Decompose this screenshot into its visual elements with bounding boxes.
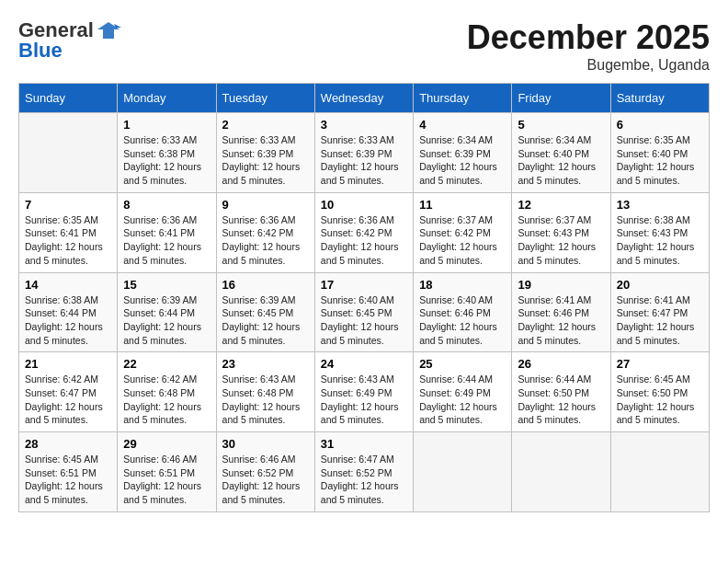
day-number: 12 bbox=[518, 198, 604, 212]
day-info: Sunrise: 6:43 AMSunset: 6:48 PMDaylight:… bbox=[222, 373, 309, 427]
day-info: Sunrise: 6:40 AMSunset: 6:46 PMDaylight:… bbox=[419, 293, 506, 348]
calendar-cell: 6Sunrise: 6:35 AMSunset: 6:40 PMDaylight… bbox=[610, 113, 709, 193]
day-info: Sunrise: 6:41 AMSunset: 6:46 PMDaylight:… bbox=[518, 293, 604, 348]
location-subtitle: Bugembe, Uganda bbox=[467, 57, 710, 74]
day-number: 6 bbox=[617, 118, 703, 132]
day-info: Sunrise: 6:39 AMSunset: 6:44 PMDaylight:… bbox=[123, 293, 210, 348]
calendar-cell: 1Sunrise: 6:33 AMSunset: 6:38 PMDaylight… bbox=[118, 113, 216, 193]
day-info: Sunrise: 6:34 AMSunset: 6:39 PMDaylight:… bbox=[419, 133, 506, 188]
day-of-week-header: Monday bbox=[118, 84, 216, 113]
calendar-cell: 11Sunrise: 6:37 AMSunset: 6:42 PMDayligh… bbox=[414, 192, 512, 272]
day-number: 8 bbox=[123, 198, 210, 212]
calendar-cell: 19Sunrise: 6:41 AMSunset: 6:46 PMDayligh… bbox=[512, 272, 610, 352]
day-of-week-header: Thursday bbox=[414, 84, 512, 113]
day-info: Sunrise: 6:45 AMSunset: 6:51 PMDaylight:… bbox=[25, 453, 111, 507]
day-number: 2 bbox=[222, 118, 309, 132]
day-info: Sunrise: 6:35 AMSunset: 6:40 PMDaylight:… bbox=[617, 133, 703, 188]
day-number: 11 bbox=[419, 198, 506, 212]
day-info: Sunrise: 6:36 AMSunset: 6:42 PMDaylight:… bbox=[321, 213, 407, 268]
calendar-cell: 10Sunrise: 6:36 AMSunset: 6:42 PMDayligh… bbox=[314, 192, 413, 272]
day-info: Sunrise: 6:44 AMSunset: 6:50 PMDaylight:… bbox=[518, 373, 604, 427]
calendar-week-row: 21Sunrise: 6:42 AMSunset: 6:47 PMDayligh… bbox=[19, 352, 710, 432]
day-number: 23 bbox=[222, 357, 309, 371]
day-number: 29 bbox=[123, 437, 210, 451]
day-info: Sunrise: 6:42 AMSunset: 6:48 PMDaylight:… bbox=[123, 373, 210, 427]
calendar-week-row: 14Sunrise: 6:38 AMSunset: 6:44 PMDayligh… bbox=[19, 272, 710, 352]
day-info: Sunrise: 6:37 AMSunset: 6:42 PMDaylight:… bbox=[419, 213, 506, 268]
calendar-cell: 8Sunrise: 6:36 AMSunset: 6:41 PMDaylight… bbox=[118, 192, 216, 272]
calendar-cell: 27Sunrise: 6:45 AMSunset: 6:50 PMDayligh… bbox=[610, 352, 709, 432]
day-of-week-header: Saturday bbox=[610, 84, 709, 113]
calendar-cell bbox=[19, 113, 118, 193]
day-number: 25 bbox=[419, 357, 506, 371]
calendar-cell: 16Sunrise: 6:39 AMSunset: 6:45 PMDayligh… bbox=[216, 272, 314, 352]
day-number: 7 bbox=[25, 198, 111, 212]
calendar-cell bbox=[512, 432, 610, 512]
logo-bird-icon bbox=[96, 20, 121, 40]
calendar-cell: 23Sunrise: 6:43 AMSunset: 6:48 PMDayligh… bbox=[216, 352, 314, 432]
day-number: 30 bbox=[222, 437, 309, 451]
calendar-header-row: SundayMondayTuesdayWednesdayThursdayFrid… bbox=[19, 84, 710, 113]
calendar-cell: 31Sunrise: 6:47 AMSunset: 6:52 PMDayligh… bbox=[314, 432, 413, 512]
calendar-cell: 24Sunrise: 6:43 AMSunset: 6:49 PMDayligh… bbox=[314, 352, 413, 432]
day-info: Sunrise: 6:33 AMSunset: 6:38 PMDaylight:… bbox=[123, 133, 210, 188]
day-info: Sunrise: 6:46 AMSunset: 6:52 PMDaylight:… bbox=[222, 453, 309, 507]
calendar-cell: 17Sunrise: 6:40 AMSunset: 6:45 PMDayligh… bbox=[314, 272, 413, 352]
day-info: Sunrise: 6:33 AMSunset: 6:39 PMDaylight:… bbox=[321, 133, 407, 188]
day-info: Sunrise: 6:47 AMSunset: 6:52 PMDaylight:… bbox=[321, 453, 407, 507]
svg-marker-0 bbox=[97, 22, 119, 39]
day-number: 17 bbox=[321, 278, 407, 292]
calendar-cell: 25Sunrise: 6:44 AMSunset: 6:49 PMDayligh… bbox=[414, 352, 512, 432]
day-of-week-header: Sunday bbox=[19, 84, 118, 113]
calendar-cell: 12Sunrise: 6:37 AMSunset: 6:43 PMDayligh… bbox=[512, 192, 610, 272]
day-number: 1 bbox=[123, 118, 210, 132]
calendar-cell: 4Sunrise: 6:34 AMSunset: 6:39 PMDaylight… bbox=[414, 113, 512, 193]
day-info: Sunrise: 6:36 AMSunset: 6:41 PMDaylight:… bbox=[123, 213, 210, 268]
day-number: 27 bbox=[617, 357, 703, 371]
day-number: 31 bbox=[321, 437, 407, 451]
day-info: Sunrise: 6:40 AMSunset: 6:45 PMDaylight:… bbox=[321, 293, 407, 348]
day-of-week-header: Friday bbox=[512, 84, 610, 113]
day-info: Sunrise: 6:41 AMSunset: 6:47 PMDaylight:… bbox=[617, 293, 703, 348]
calendar-cell bbox=[414, 432, 512, 512]
day-number: 22 bbox=[123, 357, 210, 371]
day-number: 9 bbox=[222, 198, 309, 212]
calendar-cell: 26Sunrise: 6:44 AMSunset: 6:50 PMDayligh… bbox=[512, 352, 610, 432]
logo: General Blue bbox=[18, 18, 121, 63]
day-number: 10 bbox=[321, 198, 407, 212]
day-info: Sunrise: 6:33 AMSunset: 6:39 PMDaylight:… bbox=[222, 133, 309, 188]
day-info: Sunrise: 6:38 AMSunset: 6:44 PMDaylight:… bbox=[25, 293, 111, 348]
day-number: 15 bbox=[123, 278, 210, 292]
day-info: Sunrise: 6:37 AMSunset: 6:43 PMDaylight:… bbox=[518, 213, 604, 268]
calendar-cell: 20Sunrise: 6:41 AMSunset: 6:47 PMDayligh… bbox=[610, 272, 709, 352]
calendar-cell: 14Sunrise: 6:38 AMSunset: 6:44 PMDayligh… bbox=[19, 272, 118, 352]
page-header: General Blue December 2025 Bugembe, Ugan… bbox=[18, 18, 710, 74]
day-info: Sunrise: 6:42 AMSunset: 6:47 PMDaylight:… bbox=[25, 373, 111, 427]
day-info: Sunrise: 6:39 AMSunset: 6:45 PMDaylight:… bbox=[222, 293, 309, 348]
calendar-cell: 18Sunrise: 6:40 AMSunset: 6:46 PMDayligh… bbox=[414, 272, 512, 352]
day-number: 16 bbox=[222, 278, 309, 292]
title-area: December 2025 Bugembe, Uganda bbox=[467, 18, 710, 74]
day-info: Sunrise: 6:44 AMSunset: 6:49 PMDaylight:… bbox=[419, 373, 506, 427]
calendar-week-row: 1Sunrise: 6:33 AMSunset: 6:38 PMDaylight… bbox=[19, 113, 710, 193]
calendar-cell: 29Sunrise: 6:46 AMSunset: 6:51 PMDayligh… bbox=[118, 432, 216, 512]
calendar-cell: 5Sunrise: 6:34 AMSunset: 6:40 PMDaylight… bbox=[512, 113, 610, 193]
day-number: 13 bbox=[617, 198, 703, 212]
day-number: 4 bbox=[419, 118, 506, 132]
day-info: Sunrise: 6:43 AMSunset: 6:49 PMDaylight:… bbox=[321, 373, 407, 427]
day-number: 3 bbox=[321, 118, 407, 132]
calendar-week-row: 7Sunrise: 6:35 AMSunset: 6:41 PMDaylight… bbox=[19, 192, 710, 272]
month-title: December 2025 bbox=[467, 18, 710, 57]
day-info: Sunrise: 6:35 AMSunset: 6:41 PMDaylight:… bbox=[25, 213, 111, 268]
day-of-week-header: Wednesday bbox=[314, 84, 413, 113]
calendar-cell: 2Sunrise: 6:33 AMSunset: 6:39 PMDaylight… bbox=[216, 113, 314, 193]
day-number: 20 bbox=[617, 278, 703, 292]
calendar-cell: 30Sunrise: 6:46 AMSunset: 6:52 PMDayligh… bbox=[216, 432, 314, 512]
day-number: 21 bbox=[25, 357, 111, 371]
calendar-cell: 3Sunrise: 6:33 AMSunset: 6:39 PMDaylight… bbox=[314, 113, 413, 193]
calendar-cell: 21Sunrise: 6:42 AMSunset: 6:47 PMDayligh… bbox=[19, 352, 118, 432]
day-of-week-header: Tuesday bbox=[216, 84, 314, 113]
day-number: 28 bbox=[25, 437, 111, 451]
calendar-week-row: 28Sunrise: 6:45 AMSunset: 6:51 PMDayligh… bbox=[19, 432, 710, 512]
calendar-cell: 28Sunrise: 6:45 AMSunset: 6:51 PMDayligh… bbox=[19, 432, 118, 512]
